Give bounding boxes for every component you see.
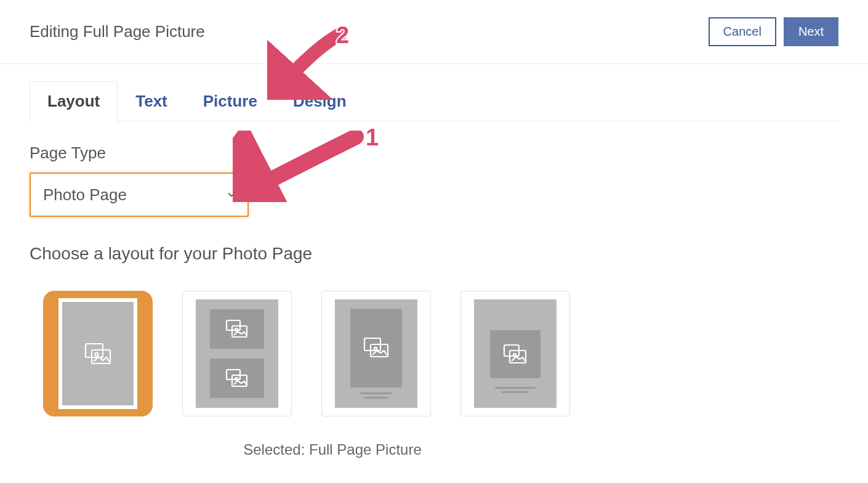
tab-layout[interactable]: Layout: [30, 81, 118, 121]
page-type-select[interactable]: Photo Page: [30, 172, 249, 217]
layout-instruction: Choose a layout for your Photo Page: [30, 244, 838, 264]
page-type-label: Page Type: [30, 144, 838, 163]
tab-picture[interactable]: Picture: [185, 81, 275, 121]
selected-layout-label: Selected: Full Page Picture: [43, 441, 622, 458]
image-stack-icon: [225, 368, 249, 389]
svg-point-11: [374, 347, 377, 350]
annotation-arrow-1-icon: [233, 131, 368, 202]
cancel-button[interactable]: Cancel: [709, 17, 776, 46]
layout-option-two-photos[interactable]: [182, 291, 292, 416]
image-stack-icon: [83, 341, 113, 366]
svg-point-2: [95, 353, 98, 356]
image-stack-icon: [225, 319, 249, 339]
svg-point-14: [513, 354, 516, 356]
layout-option-photo-caption[interactable]: [321, 291, 431, 416]
page-title: Editing Full Page Picture: [30, 22, 205, 41]
header: Editing Full Page Picture Cancel Next: [0, 0, 868, 63]
tabs: Layout Text Picture Design: [30, 81, 838, 121]
layout-option-full-page-picture[interactable]: [43, 291, 153, 416]
layout-options: [43, 291, 838, 416]
next-button[interactable]: Next: [784, 17, 838, 46]
layout-option-photo-text[interactable]: [460, 291, 570, 416]
tab-design[interactable]: Design: [275, 81, 364, 121]
image-stack-icon: [502, 343, 528, 365]
image-stack-icon: [363, 336, 390, 360]
tab-text[interactable]: Text: [118, 81, 185, 121]
